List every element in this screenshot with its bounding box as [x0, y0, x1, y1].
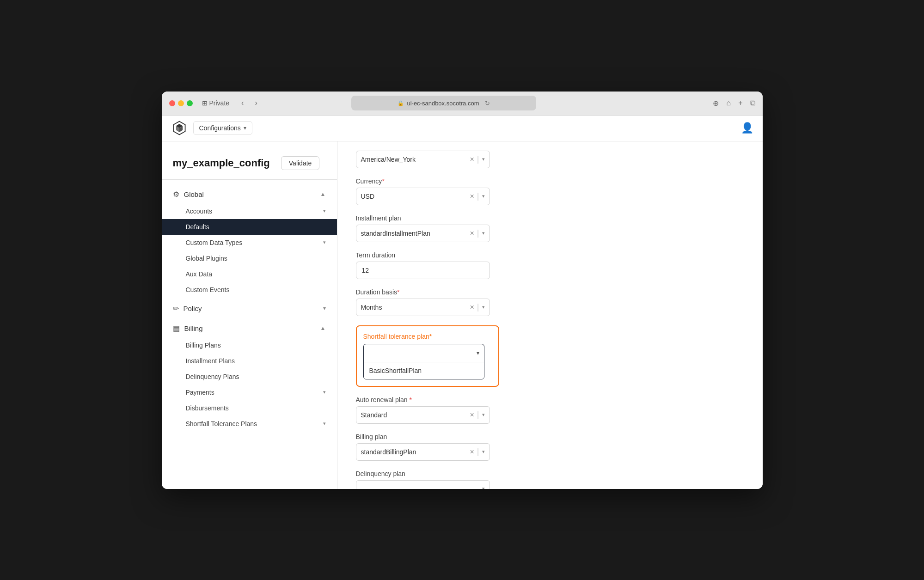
title-bar-actions: ⊕ ⌂ + ⧉ — [713, 99, 755, 108]
duration-basis-group: Duration basis* Months × | ▾ — [356, 288, 726, 316]
traffic-lights — [169, 100, 193, 106]
sidebar-item-aux-data[interactable]: Aux Data — [162, 266, 337, 282]
back-button[interactable]: ‹ — [239, 97, 246, 109]
term-duration-input[interactable] — [356, 262, 490, 279]
sidebar-item-delinquency-plans[interactable]: Delinquency Plans — [162, 369, 337, 385]
currency-select[interactable]: USD × | ▾ — [356, 188, 490, 205]
validate-button[interactable]: Validate — [281, 156, 320, 170]
chevron-down-icon: ▾ — [323, 421, 326, 427]
user-icon[interactable]: 👤 — [741, 122, 753, 134]
sidebar-header: my_example_config Validate — [162, 141, 337, 180]
currency-label: Currency* — [356, 177, 726, 185]
installment-plan-select[interactable]: standardInstallmentPlan × | ▾ — [356, 225, 490, 242]
duration-basis-clear-button[interactable]: × — [470, 304, 474, 311]
payments-label: Payments — [186, 389, 214, 396]
lock-icon: 🔒 — [398, 100, 404, 106]
auto-renewal-value: Standard — [361, 411, 470, 419]
tabs-icon[interactable]: ⧉ — [750, 99, 755, 108]
auto-renewal-select[interactable]: Standard × | ▾ — [356, 406, 490, 424]
auto-renewal-arrow-button[interactable]: ▾ — [482, 412, 485, 418]
installment-plan-label: Installment plan — [356, 214, 726, 222]
sidebar-item-billing[interactable]: ▤ Billing ▲ — [162, 319, 337, 337]
term-duration-label: Term duration — [356, 251, 726, 259]
timezone-clear-button[interactable]: × — [470, 156, 474, 163]
sidebar-item-global[interactable]: ⚙ Global ▲ — [162, 185, 337, 203]
sidebar-item-payments[interactable]: Payments ▾ — [162, 385, 337, 400]
currency-arrow-button[interactable]: ▾ — [482, 193, 485, 199]
chevron-up-icon: ▲ — [320, 191, 326, 197]
sidebar-toggle-button[interactable]: ⊞ Private — [198, 98, 233, 109]
chevron-down-icon: ▾ — [323, 305, 326, 311]
global-label: Global — [184, 190, 204, 198]
pencil-icon: ✏ — [173, 304, 179, 313]
shortfall-tolerance-plans-label: Shortfall Tolerance Plans — [186, 420, 257, 427]
auto-renewal-clear-button[interactable]: × — [470, 411, 474, 419]
duration-basis-arrow-button[interactable]: ▾ — [482, 304, 485, 310]
delinquency-plan-label: Delinquency plan — [356, 470, 726, 477]
timezone-value: America/New_York — [361, 156, 470, 163]
configurations-button[interactable]: Configurations ▾ — [193, 121, 252, 135]
custom-data-types-label: Custom Data Types — [186, 239, 243, 246]
sidebar-item-custom-events[interactable]: Custom Events — [162, 282, 337, 298]
term-duration-group: Term duration — [356, 251, 726, 279]
billing-plan-select[interactable]: standardBillingPlan × | ▾ — [356, 443, 490, 461]
sidebar-item-billing-plans[interactable]: Billing Plans — [162, 337, 337, 353]
sidebar-item-disbursements[interactable]: Disbursements — [162, 400, 337, 416]
chevron-down-icon: ▾ — [323, 208, 326, 214]
shortfall-tolerance-label: Shortfall tolerance plan* — [363, 333, 492, 340]
sidebar-item-installment-plans[interactable]: Installment Plans — [162, 353, 337, 369]
chevron-up-icon: ▲ — [320, 325, 326, 331]
download-icon[interactable]: ⊕ — [713, 99, 719, 108]
sidebar-item-shortfall-tolerance-plans[interactable]: Shortfall Tolerance Plans ▾ — [162, 416, 337, 432]
new-tab-icon[interactable]: + — [738, 99, 742, 108]
close-button[interactable] — [169, 100, 175, 106]
minimize-button[interactable] — [178, 100, 184, 106]
policy-label: Policy — [184, 305, 202, 312]
address-bar[interactable]: 🔒 ui-ec-sandbox.socotra.com ↻ — [351, 96, 536, 110]
aux-data-label: Aux Data — [186, 270, 213, 278]
sidebar-nav: ⚙ Global ▲ Accounts ▾ Defaults Cu — [162, 180, 337, 439]
delinquency-plan-group: Delinquency plan ▾ — [356, 470, 726, 489]
currency-group: Currency* USD × | ▾ — [356, 177, 726, 205]
shortfall-tolerance-trigger[interactable]: ▾ — [364, 344, 484, 362]
billing-plans-label: Billing Plans — [186, 342, 221, 349]
sidebar-item-accounts[interactable]: Accounts ▾ — [162, 203, 337, 219]
global-nav-items: Accounts ▾ Defaults Custom Data Types ▾ … — [162, 203, 337, 298]
billing-plan-clear-button[interactable]: × — [470, 448, 474, 456]
shortfall-tolerance-section: Shortfall tolerance plan* ▾ BasicShortfa… — [356, 325, 499, 387]
accounts-label: Accounts — [186, 208, 213, 215]
fullscreen-button[interactable] — [187, 100, 193, 106]
billing-plan-label: Billing plan — [356, 433, 726, 440]
sidebar-item-global-plugins[interactable]: Global Plugins — [162, 250, 337, 266]
billing-icon: ▤ — [173, 324, 180, 333]
shortfall-tolerance-dropdown[interactable]: ▾ BasicShortfallPlan — [363, 344, 484, 379]
billing-plan-group: Billing plan standardBillingPlan × | ▾ — [356, 433, 726, 461]
duration-basis-label: Duration basis* — [356, 288, 726, 296]
timezone-select[interactable]: America/New_York × | ▾ — [356, 151, 490, 168]
duration-basis-select[interactable]: Months × | ▾ — [356, 299, 490, 316]
browser-window: ⊞ Private ‹ › 🔒 ui-ec-sandbox.socotra.co… — [162, 92, 763, 489]
forward-button[interactable]: › — [252, 97, 260, 109]
private-label: Private — [209, 99, 230, 107]
sidebar-item-defaults[interactable]: Defaults — [162, 219, 337, 235]
installment-plan-arrow-button[interactable]: ▾ — [482, 230, 485, 236]
home-icon[interactable]: ⌂ — [726, 99, 731, 108]
delinquency-plan-select[interactable]: ▾ — [356, 480, 490, 489]
billing-plan-arrow-button[interactable]: ▾ — [482, 449, 485, 455]
sidebar-item-policy[interactable]: ✏ Policy ▾ — [162, 299, 337, 317]
nav-section-policy: ✏ Policy ▾ — [162, 299, 337, 317]
refresh-icon[interactable]: ↻ — [485, 100, 490, 107]
sidebar-item-custom-data-types[interactable]: Custom Data Types ▾ — [162, 235, 337, 250]
shortfall-option-basic[interactable]: BasicShortfallPlan — [364, 362, 484, 379]
installment-plans-label: Installment Plans — [186, 357, 235, 365]
configurations-label: Configurations — [199, 124, 241, 132]
config-title: my_example_config — [173, 157, 270, 169]
auto-renewal-label: Auto renewal plan * — [356, 396, 726, 403]
currency-clear-button[interactable]: × — [470, 193, 474, 200]
timezone-arrow-button[interactable]: ▾ — [482, 156, 485, 162]
billing-nav-items: Billing Plans Installment Plans Delinque… — [162, 337, 337, 432]
installment-plan-clear-button[interactable]: × — [470, 230, 474, 237]
installment-plan-group: Installment plan standardInstallmentPlan… — [356, 214, 726, 242]
chevron-down-icon: ▾ — [323, 239, 326, 245]
disbursements-label: Disbursements — [186, 404, 229, 412]
